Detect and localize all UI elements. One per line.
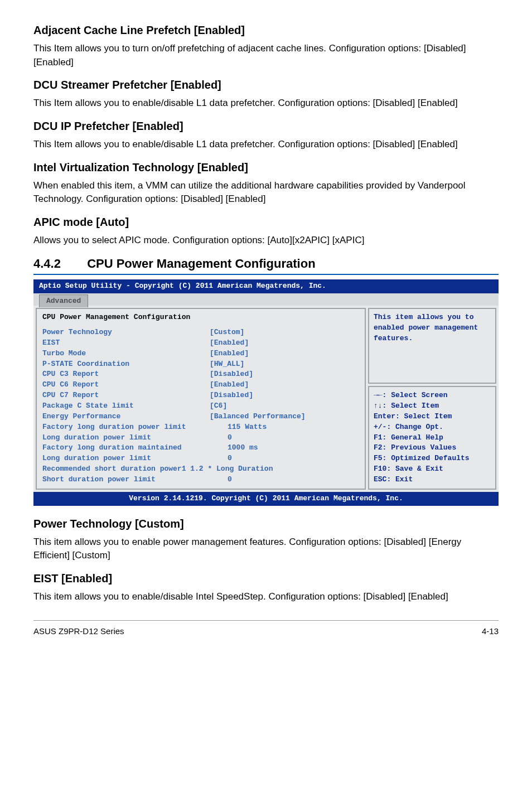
bios-row-label: P-STATE Coordination <box>42 359 210 370</box>
bios-row-label: CPU C6 Report <box>42 380 210 390</box>
bios-row: Long duration power limit0 <box>42 433 359 443</box>
section-number: 4.4.2 <box>33 255 84 273</box>
bios-row-label: Power Technology <box>42 327 210 338</box>
bios-row-value: [Enabled] <box>210 338 249 349</box>
section-title: CPU Power Management Configuration <box>87 257 315 270</box>
bios-row-label: CPU C3 Report <box>42 369 210 380</box>
bios-row: Long duration power limit0 <box>42 453 359 464</box>
heading-dcu-streamer: DCU Streamer Prefetcher [Enabled] <box>33 77 499 93</box>
bios-row-value: [C6] <box>210 401 227 412</box>
bios-row-label: Long duration power limit <box>42 433 210 443</box>
bios-row-value: 1000 ms <box>210 443 258 453</box>
bios-row-value: 115 Watts <box>210 422 267 433</box>
bios-row: EIST[Enabled] <box>42 338 359 349</box>
bios-keys-box: →←: Select Screen↑↓: Select ItemEnter: S… <box>368 386 496 490</box>
para-adj-cache: This Item allows you to turn on/off pref… <box>33 42 499 69</box>
bios-row-value: [Custom] <box>210 327 244 338</box>
bios-row: Package C State limit[C6] <box>42 401 359 412</box>
bios-row: Factory long duration power limit115 Wat… <box>42 422 359 433</box>
heading-intel-vt: Intel Virtualization Technology [Enabled… <box>33 160 499 176</box>
bios-row-value: [Disabled] <box>210 369 253 380</box>
bios-key-hint: →←: Select Screen <box>374 390 491 401</box>
bios-row: Energy Performance[Balanced Performance] <box>42 412 359 422</box>
bios-row-value: 0 <box>210 453 232 464</box>
bios-row: Recommended short duration power1 1.2 * … <box>42 464 359 475</box>
bios-row: Short duration power limit0 <box>42 475 359 485</box>
bios-row: CPU C6 Report[Enabled] <box>42 380 359 390</box>
bios-row: P-STATE Coordination[HW_ALL] <box>42 359 359 370</box>
bios-row-label: Package C State limit <box>42 401 210 412</box>
bios-tab-advanced: Advanced <box>39 294 88 307</box>
bios-row-value: [Balanced Performance] <box>210 412 306 422</box>
bios-row: CPU C7 Report[Disabled] <box>42 390 359 401</box>
para-eist: This item allows you to enable/disable I… <box>33 590 499 604</box>
bios-row-value: [Enabled] <box>210 349 249 359</box>
footer-left: ASUS Z9PR-D12 Series <box>33 625 124 637</box>
bios-row: Turbo Mode[Enabled] <box>42 349 359 359</box>
para-power-tech: This item allows you to enable power man… <box>33 535 499 563</box>
bios-row-label: CPU C7 Report <box>42 390 210 401</box>
bios-row-label: Factory long duration maintained <box>42 443 210 453</box>
bios-row-label: Short duration power limit <box>42 475 210 485</box>
bios-key-hint: +/-: Change Opt. <box>374 422 491 433</box>
bios-header: Aptio Setup Utility - Copyright (C) 2011… <box>33 279 499 293</box>
bios-row-value: [Disabled] <box>210 390 253 401</box>
bios-key-hint: Enter: Select Item <box>374 412 491 422</box>
bios-footer: Version 2.14.1219. Copyright (C) 2011 Am… <box>33 492 499 506</box>
footer-right: 4-13 <box>482 625 499 637</box>
bios-key-hint: F5: Optimized Defaults <box>374 453 491 464</box>
bios-screenshot: Aptio Setup Utility - Copyright (C) 2011… <box>33 279 499 505</box>
para-dcu-streamer: This Item allows you to enable/disable L… <box>33 96 499 110</box>
bios-key-hint: F10: Save & Exit <box>374 464 491 475</box>
bios-row: CPU C3 Report[Disabled] <box>42 369 359 380</box>
bios-row-value: 0 <box>210 475 232 485</box>
bios-key-hint: F2: Previous Values <box>374 443 491 453</box>
heading-power-tech: Power Technology [Custom] <box>33 516 499 532</box>
bios-row-label: Factory long duration power limit <box>42 422 210 433</box>
bios-row-label: Turbo Mode <box>42 349 210 359</box>
heading-apic: APIC mode [Auto] <box>33 214 499 230</box>
bios-key-hint: ESC: Exit <box>374 475 491 485</box>
heading-dcu-ip: DCU IP Prefetcher [Enabled] <box>33 118 499 134</box>
para-apic: Allows you to select APIC mode. Configur… <box>33 234 499 248</box>
bios-row-value: [HW_ALL] <box>210 359 244 370</box>
page-footer: ASUS Z9PR-D12 Series 4-13 <box>33 620 499 637</box>
bios-row-label: Long duration power limit <box>42 453 210 464</box>
bios-key-hint: F1: General Help <box>374 433 491 443</box>
para-intel-vt: When enabled this item, a VMM can utiliz… <box>33 179 499 206</box>
heading-eist: EIST [Enabled] <box>33 571 499 587</box>
bios-panel-title: CPU Power Management Configuration <box>42 312 359 323</box>
section-heading-442: 4.4.2 CPU Power Management Configuration <box>33 255 499 275</box>
bios-tabs: Advanced <box>33 293 499 306</box>
bios-row-value: [Enabled] <box>210 380 249 390</box>
para-dcu-ip: This Item allows you to enable/disable L… <box>33 138 499 152</box>
bios-row-label: Recommended short duration power1 1.2 * … <box>42 464 273 475</box>
bios-help-box: This item allows you to enabled power ma… <box>368 308 496 384</box>
bios-key-hint: ↑↓: Select Item <box>374 401 491 412</box>
bios-row: Factory long duration maintained1000 ms <box>42 443 359 453</box>
bios-row-value: 0 <box>210 433 232 443</box>
bios-row-label: Energy Performance <box>42 412 210 422</box>
bios-row: Power Technology[Custom] <box>42 327 359 338</box>
heading-adj-cache: Adjacent Cache Line Prefetch [Enabled] <box>33 22 499 38</box>
bios-left-panel: CPU Power Management Configuration Power… <box>36 308 366 490</box>
bios-row-label: EIST <box>42 338 210 349</box>
